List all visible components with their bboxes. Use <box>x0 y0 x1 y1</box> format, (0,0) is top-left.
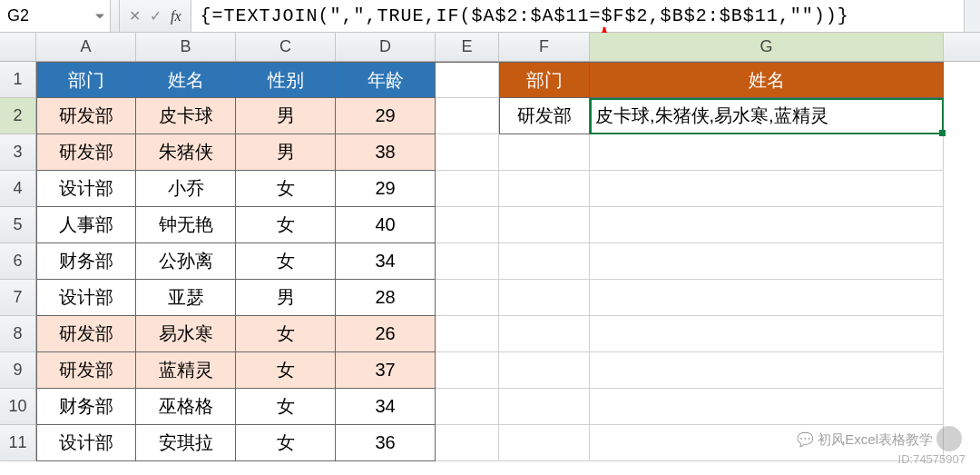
cell-G9[interactable] <box>590 352 944 389</box>
cell-F3[interactable] <box>499 134 590 171</box>
row-header-8[interactable]: 8 <box>0 316 36 352</box>
cell-A9[interactable]: 研发部 <box>36 352 136 389</box>
cell-F7[interactable] <box>499 280 590 316</box>
cell-B8[interactable]: 易水寒 <box>136 316 236 352</box>
cell-E6[interactable] <box>436 243 499 280</box>
cell-D8[interactable]: 26 <box>336 316 436 352</box>
cell-A4[interactable]: 设计部 <box>36 171 136 207</box>
cell-B4[interactable]: 小乔 <box>136 171 236 207</box>
cell-G5[interactable] <box>590 207 944 243</box>
cell-F4[interactable] <box>499 171 590 207</box>
cell-A6[interactable]: 财务部 <box>36 243 136 280</box>
fx-icon[interactable]: fx <box>171 8 181 25</box>
cancel-icon[interactable]: ✕ <box>129 7 141 25</box>
cell-F6[interactable] <box>499 243 590 280</box>
row-header-11[interactable]: 11 <box>0 425 36 461</box>
cell-C10[interactable]: 女 <box>236 389 336 425</box>
cell-E9[interactable] <box>436 352 499 389</box>
cell-G8[interactable] <box>590 316 944 352</box>
formula-input[interactable]: {=TEXTJOIN(",",TRUE,IF($A$2:$A$11=$F$2,$… <box>191 0 964 32</box>
row-header-3[interactable]: 3 <box>0 134 36 171</box>
cell-B10[interactable]: 巫格格 <box>136 389 236 425</box>
cell-D5[interactable]: 40 <box>336 207 436 243</box>
col-header-E[interactable]: E <box>436 33 499 61</box>
cell-C7[interactable]: 男 <box>236 280 336 316</box>
row-header-2[interactable]: 2 <box>0 98 36 134</box>
cell-A7[interactable]: 设计部 <box>36 280 136 316</box>
col-header-B[interactable]: B <box>136 33 236 61</box>
cell-F5[interactable] <box>499 207 590 243</box>
cell-G10[interactable] <box>590 389 944 425</box>
cell-B2[interactable]: 皮卡球 <box>136 98 236 134</box>
cell-A10[interactable]: 财务部 <box>36 389 136 425</box>
cell-G1[interactable]: 姓名 <box>590 62 944 98</box>
cell-D9[interactable]: 37 <box>336 352 436 389</box>
cell-C2[interactable]: 男 <box>236 98 336 134</box>
col-header-F[interactable]: F <box>499 33 590 61</box>
cell-C8[interactable]: 女 <box>236 316 336 352</box>
row-header-5[interactable]: 5 <box>0 207 36 243</box>
cell-E11[interactable] <box>436 425 499 461</box>
select-all-corner[interactable] <box>0 33 36 61</box>
cell-D3[interactable]: 38 <box>336 134 436 171</box>
cell-F10[interactable] <box>499 389 590 425</box>
cell-E2[interactable] <box>436 98 499 134</box>
cell-G7[interactable] <box>590 280 944 316</box>
cell-F1[interactable]: 部门 <box>499 62 590 98</box>
cell-D4[interactable]: 29 <box>336 171 436 207</box>
cell-B6[interactable]: 公孙离 <box>136 243 236 280</box>
cell-E5[interactable] <box>436 207 499 243</box>
formula-bar-expand[interactable] <box>964 0 980 32</box>
row-header-1[interactable]: 1 <box>0 62 36 98</box>
cell-E4[interactable] <box>436 171 499 207</box>
row-header-7[interactable]: 7 <box>0 280 36 316</box>
cell-D1[interactable]: 年龄 <box>336 62 436 98</box>
cell-A1[interactable]: 部门 <box>36 62 136 98</box>
cell-C6[interactable]: 女 <box>236 243 336 280</box>
cell-C4[interactable]: 女 <box>236 171 336 207</box>
cell-B5[interactable]: 钟无艳 <box>136 207 236 243</box>
cell-A3[interactable]: 研发部 <box>36 134 136 171</box>
cell-E3[interactable] <box>436 134 499 171</box>
cell-F11[interactable] <box>499 425 590 461</box>
cell-G6[interactable] <box>590 243 944 280</box>
name-box[interactable]: G2 <box>0 0 111 32</box>
cell-F2[interactable]: 研发部 <box>499 98 590 134</box>
cell-B1[interactable]: 姓名 <box>136 62 236 98</box>
cell-B11[interactable]: 安琪拉 <box>136 425 236 461</box>
cell-A2[interactable]: 研发部 <box>36 98 136 134</box>
cell-B7[interactable]: 亚瑟 <box>136 280 236 316</box>
col-header-G[interactable]: G <box>590 33 944 61</box>
cell-E7[interactable] <box>436 280 499 316</box>
col-header-C[interactable]: C <box>236 33 336 61</box>
cell-C5[interactable]: 女 <box>236 207 336 243</box>
cell-E1[interactable] <box>436 62 499 98</box>
cell-D7[interactable]: 28 <box>336 280 436 316</box>
cell-B3[interactable]: 朱猪侠 <box>136 134 236 171</box>
cell-E8[interactable] <box>436 316 499 352</box>
row-header-10[interactable]: 10 <box>0 389 36 425</box>
cell-A8[interactable]: 研发部 <box>36 316 136 352</box>
confirm-icon[interactable]: ✓ <box>150 7 162 25</box>
cell-C11[interactable]: 女 <box>236 425 336 461</box>
cell-C1[interactable]: 性别 <box>236 62 336 98</box>
cell-D10[interactable]: 34 <box>336 389 436 425</box>
cell-E10[interactable] <box>436 389 499 425</box>
cell-D2[interactable]: 29 <box>336 98 436 134</box>
row-header-9[interactable]: 9 <box>0 352 36 389</box>
row-header-6[interactable]: 6 <box>0 243 36 280</box>
cell-D11[interactable]: 36 <box>336 425 436 461</box>
cell-C9[interactable]: 女 <box>236 352 336 389</box>
cell-D6[interactable]: 34 <box>336 243 436 280</box>
cell-B9[interactable]: 蓝精灵 <box>136 352 236 389</box>
cell-A5[interactable]: 人事部 <box>36 207 136 243</box>
cell-G2[interactable]: 皮卡球,朱猪侠,易水寒,蓝精灵 <box>590 98 944 134</box>
cell-G4[interactable] <box>590 171 944 207</box>
cell-A11[interactable]: 设计部 <box>36 425 136 461</box>
cell-F8[interactable] <box>499 316 590 352</box>
cell-C3[interactable]: 男 <box>236 134 336 171</box>
row-header-4[interactable]: 4 <box>0 171 36 207</box>
col-header-D[interactable]: D <box>336 33 436 61</box>
col-header-A[interactable]: A <box>36 33 136 61</box>
cell-G3[interactable] <box>590 134 944 171</box>
